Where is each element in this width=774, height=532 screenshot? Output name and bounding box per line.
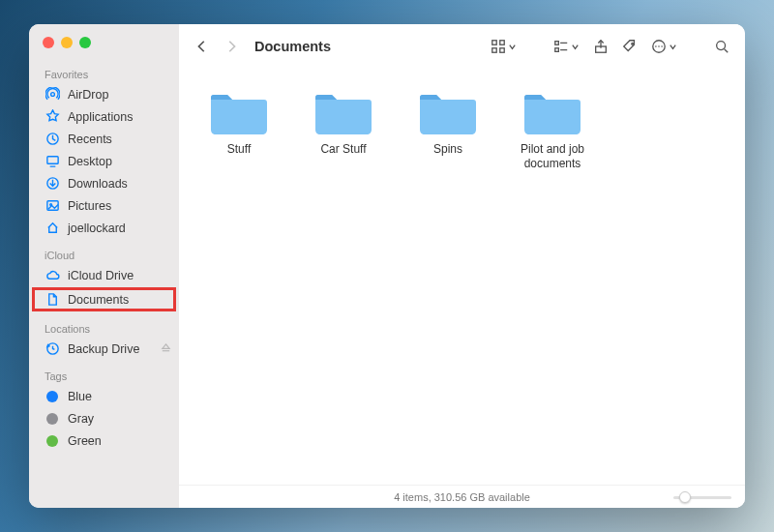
chevron-down-icon <box>571 38 580 55</box>
sidebar-item-joellockard[interactable]: joellockard <box>29 217 179 239</box>
svg-point-21 <box>655 45 657 47</box>
svg-rect-11 <box>500 41 504 44</box>
applications-icon <box>45 109 60 125</box>
back-button[interactable] <box>191 35 214 58</box>
sidebar-item-airdrop[interactable]: AirDrop <box>29 83 179 105</box>
close-button[interactable] <box>43 37 54 48</box>
svg-line-25 <box>725 49 729 53</box>
svg-rect-13 <box>500 48 504 52</box>
window-controls <box>29 34 179 66</box>
svg-rect-12 <box>492 48 496 52</box>
sidebar-section-label: Locations <box>29 320 179 338</box>
tag-dot <box>45 433 60 449</box>
home-icon <box>45 221 60 236</box>
sidebar-item-gray[interactable]: Gray <box>29 407 179 429</box>
main-pane: Documents <box>179 24 745 508</box>
sidebar-section-label: iCloud <box>29 247 179 264</box>
sidebar-item-applications[interactable]: Applications <box>29 105 179 128</box>
svg-point-23 <box>661 45 663 47</box>
sidebar-item-label: joellockard <box>68 222 126 235</box>
airdrop-icon <box>45 87 60 103</box>
tags-button[interactable] <box>618 36 641 57</box>
search-button[interactable] <box>710 36 733 57</box>
folder-item[interactable]: Spins <box>396 86 500 171</box>
svg-rect-15 <box>555 48 559 52</box>
chevron-down-icon <box>669 38 677 55</box>
folder-name: Spins <box>433 142 462 157</box>
action-button[interactable] <box>647 36 681 57</box>
svg-point-24 <box>717 42 726 50</box>
sidebar-item-label: Applications <box>68 110 133 124</box>
svg-rect-14 <box>555 42 559 45</box>
sidebar-item-label: Documents <box>68 293 129 307</box>
sidebar-item-label: Desktop <box>68 155 112 168</box>
icon-size-slider[interactable] <box>673 491 731 503</box>
sidebar-section-label: Tags <box>29 368 179 385</box>
timemachine-icon <box>45 341 60 357</box>
sidebar-item-label: Recents <box>68 133 112 146</box>
svg-rect-2 <box>46 157 57 164</box>
sidebar-item-downloads[interactable]: Downloads <box>29 172 179 194</box>
folder-name: Pilot and job documents <box>504 142 601 171</box>
folder-item[interactable]: Stuff <box>187 86 291 171</box>
sidebar-item-blue[interactable]: Blue <box>29 385 179 407</box>
sidebar-item-desktop[interactable]: Desktop <box>29 150 179 172</box>
tag-dot <box>45 389 60 404</box>
eject-icon[interactable] <box>161 342 171 356</box>
toolbar: Documents <box>179 24 745 69</box>
sidebar: FavoritesAirDropApplicationsRecentsDeskt… <box>29 24 179 508</box>
status-bar: 4 items, 310.56 GB available <box>179 485 745 508</box>
sidebar-item-recents[interactable]: Recents <box>29 128 179 150</box>
folder-name: Car Stuff <box>320 142 366 157</box>
svg-point-0 <box>50 93 54 97</box>
svg-point-22 <box>658 45 660 47</box>
group-by-button[interactable] <box>550 36 583 57</box>
tag-dot <box>45 411 60 427</box>
desktop-icon <box>45 154 60 169</box>
sidebar-item-label: Backup Drive <box>68 342 139 356</box>
svg-rect-10 <box>492 41 496 44</box>
folder-item[interactable]: Car Stuff <box>291 86 396 171</box>
sidebar-item-icloud-drive[interactable]: iCloud Drive <box>29 264 179 286</box>
sidebar-item-green[interactable]: Green <box>29 429 179 452</box>
status-text: 4 items, 310.56 GB available <box>394 491 530 503</box>
view-mode-button[interactable] <box>487 36 521 57</box>
sidebar-item-label: Gray <box>68 412 94 426</box>
svg-point-19 <box>632 43 634 44</box>
sidebar-item-label: Blue <box>68 390 92 403</box>
finder-window: FavoritesAirDropApplicationsRecentsDeskt… <box>29 24 745 508</box>
sidebar-section-label: Favorites <box>29 66 179 83</box>
recents-icon <box>45 132 60 147</box>
sidebar-item-documents[interactable]: Documents <box>33 288 175 310</box>
sidebar-item-label: Pictures <box>68 199 111 213</box>
folder-item[interactable]: Pilot and job documents <box>500 86 605 171</box>
sidebar-item-label: iCloud Drive <box>68 269 134 282</box>
sidebar-item-backup-drive[interactable]: Backup Drive <box>29 338 179 360</box>
location-title: Documents <box>254 39 331 54</box>
share-button[interactable] <box>589 36 612 57</box>
folder-content[interactable]: StuffCar StuffSpinsPilot and job documen… <box>179 69 745 485</box>
minimize-button[interactable] <box>61 37 73 48</box>
cloud-icon <box>45 268 60 283</box>
fullscreen-button[interactable] <box>79 37 91 48</box>
chevron-down-icon <box>508 38 517 55</box>
folder-name: Stuff <box>227 142 251 157</box>
document-icon <box>45 292 60 308</box>
sidebar-item-label: Green <box>68 434 102 448</box>
sidebar-item-label: Downloads <box>68 177 128 191</box>
pictures-icon <box>45 198 60 214</box>
forward-button[interactable] <box>220 35 243 58</box>
downloads-icon <box>45 176 60 192</box>
sidebar-item-label: AirDrop <box>68 88 108 102</box>
sidebar-item-pictures[interactable]: Pictures <box>29 194 179 217</box>
